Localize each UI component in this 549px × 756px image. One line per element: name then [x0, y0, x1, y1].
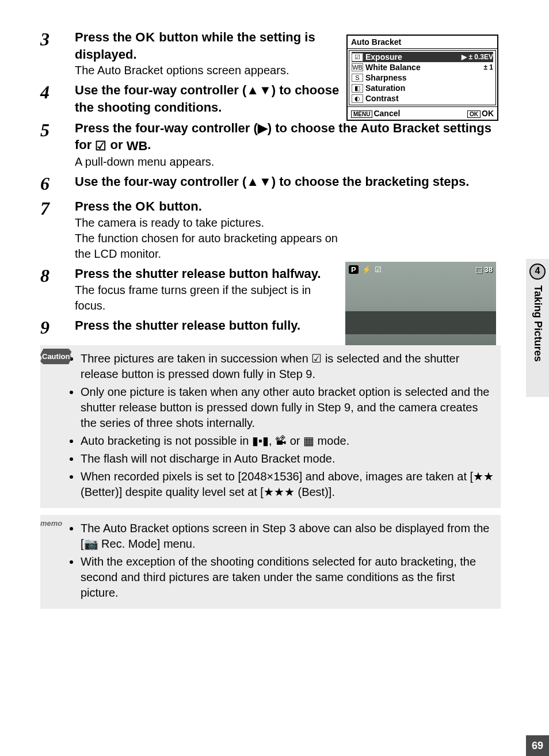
instruction-steps: 3 Press the OK button while the setting … — [40, 29, 501, 609]
step-number: 9 — [40, 317, 75, 338]
step-7: 7 Press the OK button. The camera is rea… — [40, 198, 501, 262]
step-9: 9 Press the shutter release button fully… — [40, 317, 501, 338]
step-sub: A pull-down menu appears. — [75, 154, 501, 170]
step-4: 4 Use the four-way controller (▲▼) to ch… — [40, 82, 501, 116]
step-number: 8 — [40, 265, 75, 314]
step-6: 6 Use the four-way controller (▲▼) to ch… — [40, 173, 501, 194]
step-sub: The Auto Bracket options screen appears. — [75, 63, 340, 78]
step-8: 8 Press the shutter release button halfw… — [40, 265, 501, 314]
page-number: 69 — [526, 735, 549, 756]
caution-item: When recorded pixels is set to [2048×153… — [81, 469, 495, 500]
step-number: 3 — [40, 29, 75, 78]
step-heading: Press the shutter release button fully. — [75, 317, 501, 338]
memo-box: memo The Auto Bracket options screen in … — [40, 515, 501, 609]
step-3: 3 Press the OK button while the setting … — [40, 29, 501, 78]
ok-button-glyph: OK — [135, 30, 155, 44]
ok-button-glyph: OK — [135, 199, 155, 213]
step-number: 7 — [40, 198, 75, 262]
chapter-number: 4 — [529, 264, 546, 280]
caution-badge: Caution — [40, 349, 71, 365]
chapter-tab: 4 Taking Pictures — [526, 259, 549, 397]
caution-item: The flash will not discharge in Auto Bra… — [81, 451, 495, 467]
step-sub: The focus frame turns green if the subje… — [75, 282, 340, 314]
step-heading: Use the four-way controller (▲▼) to choo… — [75, 82, 340, 116]
step-5: 5 Press the four-way controller (▶) to c… — [40, 120, 501, 170]
step-sub: The camera is ready to take pictures. — [75, 215, 340, 231]
chapter-title: Taking Pictures — [532, 285, 544, 362]
step-heading: Use the four-way controller (▲▼) to choo… — [75, 173, 501, 194]
step-number: 6 — [40, 173, 75, 194]
caution-box: Caution Three pictures are taken in succ… — [40, 345, 501, 508]
step-number: 4 — [40, 82, 75, 116]
exposure-icon: ☑ — [95, 138, 106, 155]
step-sub: The function chosen for auto bracketing … — [75, 231, 340, 262]
memo-badge: memo — [40, 518, 62, 529]
caution-item: Auto bracketing is not possible in ▮▪▮, … — [81, 433, 495, 449]
memo-item: With the exception of the shooting condi… — [81, 554, 495, 601]
wb-icon: WB — [127, 138, 148, 155]
step-heading: Press the shutter release button halfway… — [75, 265, 340, 282]
step-number: 5 — [40, 120, 75, 170]
manual-page: 4 Taking Pictures Auto Bracket ☑ Exposur… — [0, 0, 549, 756]
caution-item: Only one picture is taken when any other… — [81, 384, 495, 431]
memo-item: The Auto Bracket options screen in Step … — [81, 521, 495, 552]
caution-item: Three pictures are taken in succession w… — [81, 351, 495, 382]
